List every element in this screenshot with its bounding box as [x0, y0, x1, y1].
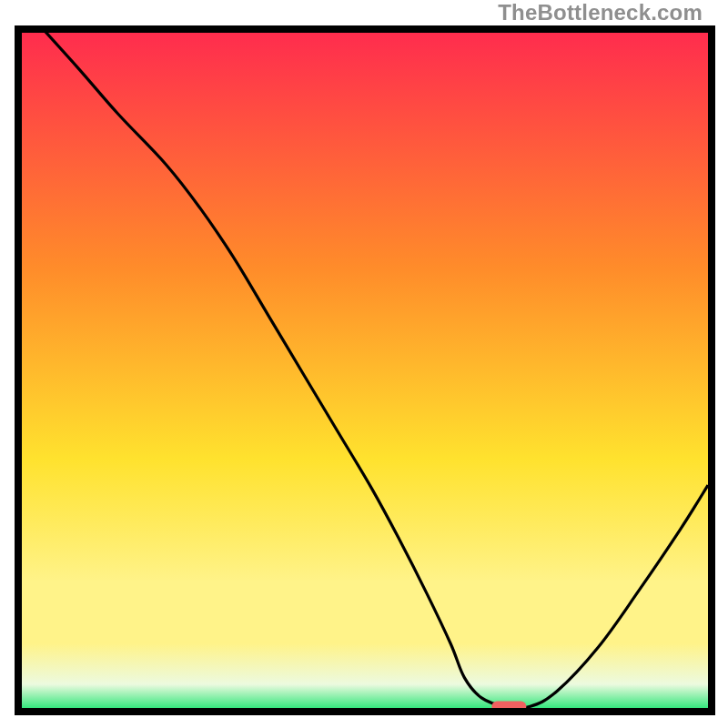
- plot-container: [15, 25, 715, 715]
- chart-stage: TheBottleneck.com: [0, 0, 728, 728]
- chart-svg: [15, 25, 715, 715]
- chart-background: [18, 29, 712, 712]
- watermark-text: TheBottleneck.com: [498, 0, 703, 25]
